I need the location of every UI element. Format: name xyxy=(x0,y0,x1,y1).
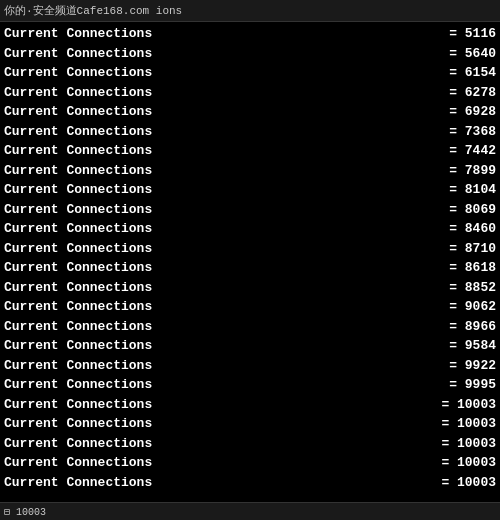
log-value: = 8460 xyxy=(449,219,496,239)
log-row: Current Connections= 5116 xyxy=(4,24,496,44)
log-row: Current Connections= 10003 xyxy=(4,473,496,493)
log-row: Current Connections= 10003 xyxy=(4,414,496,434)
log-label: Current Connections xyxy=(4,141,152,161)
log-row: Current Connections= 10003 xyxy=(4,453,496,473)
header-bar: 你的·安全频道Cafe168.com ions xyxy=(0,0,500,22)
header-text: 你的·安全频道Cafe168.com ions xyxy=(4,3,182,18)
log-row: Current Connections= 10003 xyxy=(4,395,496,415)
content-area: Current Connections= 5116Current Connect… xyxy=(0,22,500,494)
log-value: = 10003 xyxy=(441,473,496,493)
log-value: = 6928 xyxy=(449,102,496,122)
log-row: Current Connections= 7368 xyxy=(4,122,496,142)
log-row: Current Connections= 9922 xyxy=(4,356,496,376)
log-value: = 8710 xyxy=(449,239,496,259)
log-value: = 9584 xyxy=(449,336,496,356)
log-label: Current Connections xyxy=(4,278,152,298)
log-row: Current Connections= 9995 xyxy=(4,375,496,395)
log-label: Current Connections xyxy=(4,180,152,200)
log-value: = 8618 xyxy=(449,258,496,278)
log-row: Current Connections= 9062 xyxy=(4,297,496,317)
log-label: Current Connections xyxy=(4,83,152,103)
log-label: Current Connections xyxy=(4,414,152,434)
log-label: Current Connections xyxy=(4,297,152,317)
log-value: = 5116 xyxy=(449,24,496,44)
log-row: Current Connections= 7899 xyxy=(4,161,496,181)
log-label: Current Connections xyxy=(4,395,152,415)
log-value: = 6278 xyxy=(449,83,496,103)
log-value: = 9995 xyxy=(449,375,496,395)
log-row: Current Connections= 10003 xyxy=(4,434,496,454)
bottom-text: ⊟ 10003 xyxy=(4,506,46,518)
log-value: = 10003 xyxy=(441,453,496,473)
log-row: Current Connections= 8069 xyxy=(4,200,496,220)
log-value: = 7368 xyxy=(449,122,496,142)
log-label: Current Connections xyxy=(4,161,152,181)
log-row: Current Connections= 9584 xyxy=(4,336,496,356)
log-value: = 10003 xyxy=(441,414,496,434)
log-value: = 6154 xyxy=(449,63,496,83)
log-row: Current Connections= 8460 xyxy=(4,219,496,239)
log-value: = 9922 xyxy=(449,356,496,376)
log-row: Current Connections= 8966 xyxy=(4,317,496,337)
log-row: Current Connections= 8618 xyxy=(4,258,496,278)
log-value: = 8966 xyxy=(449,317,496,337)
log-row: Current Connections= 7442 xyxy=(4,141,496,161)
log-label: Current Connections xyxy=(4,453,152,473)
log-label: Current Connections xyxy=(4,336,152,356)
log-label: Current Connections xyxy=(4,258,152,278)
log-value: = 10003 xyxy=(441,395,496,415)
log-label: Current Connections xyxy=(4,239,152,259)
log-value: = 9062 xyxy=(449,297,496,317)
log-label: Current Connections xyxy=(4,375,152,395)
log-row: Current Connections= 6278 xyxy=(4,83,496,103)
log-label: Current Connections xyxy=(4,44,152,64)
log-value: = 7442 xyxy=(449,141,496,161)
log-label: Current Connections xyxy=(4,317,152,337)
log-label: Current Connections xyxy=(4,434,152,454)
log-row: Current Connections= 8852 xyxy=(4,278,496,298)
log-row: Current Connections= 8104 xyxy=(4,180,496,200)
log-value: = 8069 xyxy=(449,200,496,220)
log-label: Current Connections xyxy=(4,63,152,83)
log-label: Current Connections xyxy=(4,200,152,220)
bottom-bar: ⊟ 10003 xyxy=(0,502,500,520)
log-row: Current Connections= 6928 xyxy=(4,102,496,122)
log-value: = 7899 xyxy=(449,161,496,181)
log-row: Current Connections= 6154 xyxy=(4,63,496,83)
log-label: Current Connections xyxy=(4,102,152,122)
terminal-window: 你的·安全频道Cafe168.com ions Current Connecti… xyxy=(0,0,500,520)
log-label: Current Connections xyxy=(4,219,152,239)
log-label: Current Connections xyxy=(4,356,152,376)
log-label: Current Connections xyxy=(4,24,152,44)
log-value: = 8104 xyxy=(449,180,496,200)
log-row: Current Connections= 8710 xyxy=(4,239,496,259)
log-value: = 5640 xyxy=(449,44,496,64)
log-row: Current Connections= 5640 xyxy=(4,44,496,64)
log-label: Current Connections xyxy=(4,473,152,493)
log-value: = 10003 xyxy=(441,434,496,454)
log-value: = 8852 xyxy=(449,278,496,298)
log-label: Current Connections xyxy=(4,122,152,142)
